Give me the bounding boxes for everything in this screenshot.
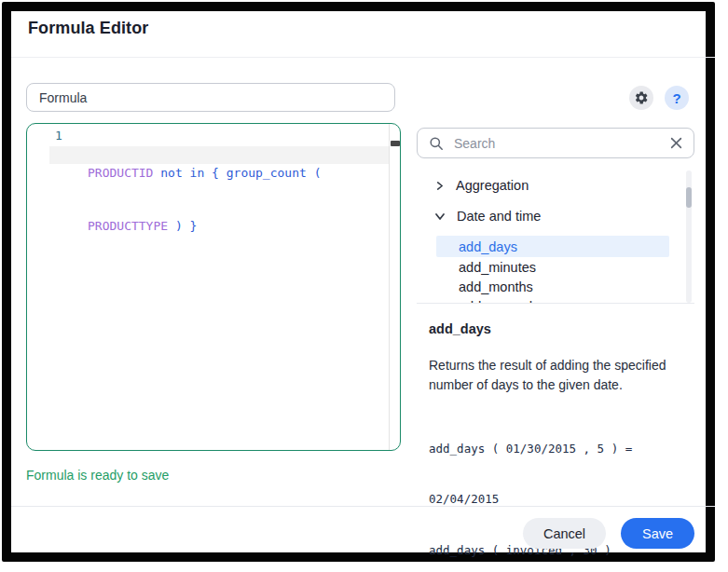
formula-name-input[interactable] <box>26 83 395 112</box>
function-list-scrollbar[interactable] <box>686 170 692 303</box>
function-label: add_days <box>459 239 517 254</box>
chevron-right-icon <box>435 182 444 190</box>
clear-search-icon[interactable] <box>670 137 682 149</box>
gear-icon <box>634 90 649 105</box>
help-icon: ? <box>672 90 680 106</box>
function-item-add-days[interactable]: add_days <box>436 236 669 257</box>
function-item-add-minutes[interactable]: add_minutes <box>436 257 669 277</box>
formula-code-editor[interactable]: 1 PRODUCTID not in { group_count ( PRODU… <box>26 123 401 451</box>
dialog-title: Formula Editor <box>28 19 148 38</box>
save-button[interactable]: Save <box>621 518 694 549</box>
footer-divider <box>11 506 715 507</box>
status-message: Formula is ready to save <box>26 468 169 483</box>
function-label: add_minutes <box>459 260 536 275</box>
editor-scrollbar-thumb[interactable] <box>391 141 400 146</box>
cancel-button[interactable]: Cancel <box>523 518 606 549</box>
help-button[interactable]: ? <box>665 86 689 110</box>
function-detail-example: add_days ( 01/30/2015 , 5 ) = 02/04/2015… <box>429 406 632 572</box>
chevron-down-icon <box>435 211 445 221</box>
header-divider <box>11 57 715 58</box>
code-line-1: PRODUCTID not in { group_count ( <box>88 164 381 182</box>
function-list-scrollbar-thumb[interactable] <box>686 187 692 208</box>
code-content: PRODUCTID not in { group_count ( PRODUCT… <box>88 129 381 270</box>
settings-button[interactable] <box>629 86 653 110</box>
example-line: add_days ( 01/30/2015 , 5 ) = <box>429 441 632 457</box>
code-line-2: PRODUCTTYPE ) } <box>88 217 381 235</box>
function-detail-title: add_days <box>429 321 491 336</box>
function-list: add_days add_minutes add_months add_seco… <box>417 236 694 303</box>
search-icon <box>429 136 444 151</box>
category-label: Aggregation <box>456 178 529 193</box>
category-date-and-time[interactable]: Date and time <box>417 206 678 226</box>
list-detail-divider <box>417 303 694 304</box>
search-input[interactable] <box>452 135 662 152</box>
function-label: add_months <box>459 279 533 294</box>
function-detail-description: Returns the result of adding the specifi… <box>429 356 697 395</box>
category-aggregation[interactable]: Aggregation <box>417 175 678 196</box>
category-label: Date and time <box>457 209 541 224</box>
function-item-add-months[interactable]: add_months <box>436 277 669 296</box>
editor-scrollbar-track <box>389 124 390 450</box>
line-number: 1 <box>51 129 66 143</box>
function-search-box[interactable] <box>417 128 694 158</box>
